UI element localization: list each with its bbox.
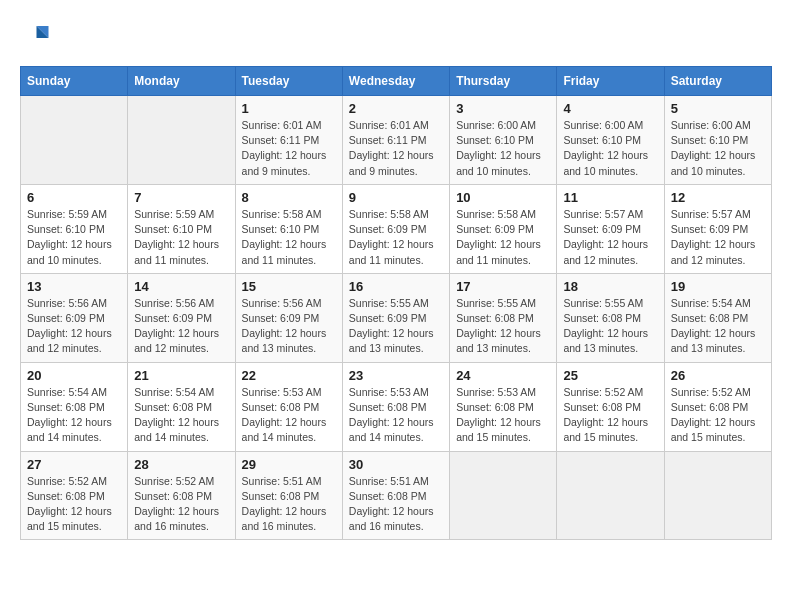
calendar-cell: 11Sunrise: 5:57 AMSunset: 6:09 PMDayligh… xyxy=(557,184,664,273)
day-number: 23 xyxy=(349,368,443,383)
day-number: 25 xyxy=(563,368,657,383)
cell-content: Sunrise: 5:53 AMSunset: 6:08 PMDaylight:… xyxy=(349,385,443,446)
day-number: 27 xyxy=(27,457,121,472)
calendar-body: 1Sunrise: 6:01 AMSunset: 6:11 PMDaylight… xyxy=(21,96,772,540)
weekday-header: Tuesday xyxy=(235,67,342,96)
calendar-cell: 5Sunrise: 6:00 AMSunset: 6:10 PMDaylight… xyxy=(664,96,771,185)
calendar-cell: 9Sunrise: 5:58 AMSunset: 6:09 PMDaylight… xyxy=(342,184,449,273)
calendar-week-row: 1Sunrise: 6:01 AMSunset: 6:11 PMDaylight… xyxy=(21,96,772,185)
calendar-cell: 1Sunrise: 6:01 AMSunset: 6:11 PMDaylight… xyxy=(235,96,342,185)
cell-content: Sunrise: 5:53 AMSunset: 6:08 PMDaylight:… xyxy=(242,385,336,446)
day-number: 9 xyxy=(349,190,443,205)
calendar-week-row: 13Sunrise: 5:56 AMSunset: 6:09 PMDayligh… xyxy=(21,273,772,362)
calendar-cell: 18Sunrise: 5:55 AMSunset: 6:08 PMDayligh… xyxy=(557,273,664,362)
cell-content: Sunrise: 5:58 AMSunset: 6:09 PMDaylight:… xyxy=(349,207,443,268)
calendar-week-row: 6Sunrise: 5:59 AMSunset: 6:10 PMDaylight… xyxy=(21,184,772,273)
calendar-cell: 28Sunrise: 5:52 AMSunset: 6:08 PMDayligh… xyxy=(128,451,235,540)
cell-content: Sunrise: 5:55 AMSunset: 6:08 PMDaylight:… xyxy=(563,296,657,357)
cell-content: Sunrise: 5:52 AMSunset: 6:08 PMDaylight:… xyxy=(134,474,228,535)
calendar-cell: 27Sunrise: 5:52 AMSunset: 6:08 PMDayligh… xyxy=(21,451,128,540)
calendar-cell: 10Sunrise: 5:58 AMSunset: 6:09 PMDayligh… xyxy=(450,184,557,273)
day-number: 22 xyxy=(242,368,336,383)
cell-content: Sunrise: 6:00 AMSunset: 6:10 PMDaylight:… xyxy=(671,118,765,179)
day-number: 16 xyxy=(349,279,443,294)
calendar-cell: 24Sunrise: 5:53 AMSunset: 6:08 PMDayligh… xyxy=(450,362,557,451)
calendar-cell: 7Sunrise: 5:59 AMSunset: 6:10 PMDaylight… xyxy=(128,184,235,273)
calendar-cell: 20Sunrise: 5:54 AMSunset: 6:08 PMDayligh… xyxy=(21,362,128,451)
calendar-cell: 22Sunrise: 5:53 AMSunset: 6:08 PMDayligh… xyxy=(235,362,342,451)
cell-content: Sunrise: 5:52 AMSunset: 6:08 PMDaylight:… xyxy=(27,474,121,535)
day-number: 6 xyxy=(27,190,121,205)
calendar-cell: 21Sunrise: 5:54 AMSunset: 6:08 PMDayligh… xyxy=(128,362,235,451)
calendar-cell: 6Sunrise: 5:59 AMSunset: 6:10 PMDaylight… xyxy=(21,184,128,273)
cell-content: Sunrise: 5:54 AMSunset: 6:08 PMDaylight:… xyxy=(27,385,121,446)
weekday-header: Wednesday xyxy=(342,67,449,96)
calendar-cell: 29Sunrise: 5:51 AMSunset: 6:08 PMDayligh… xyxy=(235,451,342,540)
calendar-week-row: 27Sunrise: 5:52 AMSunset: 6:08 PMDayligh… xyxy=(21,451,772,540)
day-number: 19 xyxy=(671,279,765,294)
weekday-header: Saturday xyxy=(664,67,771,96)
cell-content: Sunrise: 5:51 AMSunset: 6:08 PMDaylight:… xyxy=(242,474,336,535)
cell-content: Sunrise: 5:55 AMSunset: 6:09 PMDaylight:… xyxy=(349,296,443,357)
day-number: 29 xyxy=(242,457,336,472)
logo xyxy=(20,20,54,50)
calendar-cell: 17Sunrise: 5:55 AMSunset: 6:08 PMDayligh… xyxy=(450,273,557,362)
day-number: 18 xyxy=(563,279,657,294)
calendar-cell xyxy=(21,96,128,185)
weekday-header: Friday xyxy=(557,67,664,96)
calendar-cell: 2Sunrise: 6:01 AMSunset: 6:11 PMDaylight… xyxy=(342,96,449,185)
cell-content: Sunrise: 5:51 AMSunset: 6:08 PMDaylight:… xyxy=(349,474,443,535)
cell-content: Sunrise: 6:00 AMSunset: 6:10 PMDaylight:… xyxy=(456,118,550,179)
cell-content: Sunrise: 6:01 AMSunset: 6:11 PMDaylight:… xyxy=(349,118,443,179)
weekday-header: Monday xyxy=(128,67,235,96)
cell-content: Sunrise: 5:59 AMSunset: 6:10 PMDaylight:… xyxy=(27,207,121,268)
day-number: 20 xyxy=(27,368,121,383)
cell-content: Sunrise: 5:56 AMSunset: 6:09 PMDaylight:… xyxy=(134,296,228,357)
cell-content: Sunrise: 5:52 AMSunset: 6:08 PMDaylight:… xyxy=(671,385,765,446)
calendar-cell xyxy=(450,451,557,540)
cell-content: Sunrise: 5:54 AMSunset: 6:08 PMDaylight:… xyxy=(134,385,228,446)
day-number: 5 xyxy=(671,101,765,116)
calendar-cell: 13Sunrise: 5:56 AMSunset: 6:09 PMDayligh… xyxy=(21,273,128,362)
calendar-cell: 23Sunrise: 5:53 AMSunset: 6:08 PMDayligh… xyxy=(342,362,449,451)
day-number: 1 xyxy=(242,101,336,116)
cell-content: Sunrise: 5:56 AMSunset: 6:09 PMDaylight:… xyxy=(242,296,336,357)
calendar-cell: 8Sunrise: 5:58 AMSunset: 6:10 PMDaylight… xyxy=(235,184,342,273)
day-number: 2 xyxy=(349,101,443,116)
cell-content: Sunrise: 5:57 AMSunset: 6:09 PMDaylight:… xyxy=(671,207,765,268)
calendar-cell: 19Sunrise: 5:54 AMSunset: 6:08 PMDayligh… xyxy=(664,273,771,362)
day-number: 14 xyxy=(134,279,228,294)
cell-content: Sunrise: 5:55 AMSunset: 6:08 PMDaylight:… xyxy=(456,296,550,357)
calendar-cell xyxy=(664,451,771,540)
cell-content: Sunrise: 5:59 AMSunset: 6:10 PMDaylight:… xyxy=(134,207,228,268)
day-number: 21 xyxy=(134,368,228,383)
calendar-cell: 30Sunrise: 5:51 AMSunset: 6:08 PMDayligh… xyxy=(342,451,449,540)
calendar-cell: 16Sunrise: 5:55 AMSunset: 6:09 PMDayligh… xyxy=(342,273,449,362)
calendar-week-row: 20Sunrise: 5:54 AMSunset: 6:08 PMDayligh… xyxy=(21,362,772,451)
day-number: 17 xyxy=(456,279,550,294)
calendar-cell: 26Sunrise: 5:52 AMSunset: 6:08 PMDayligh… xyxy=(664,362,771,451)
calendar-cell: 12Sunrise: 5:57 AMSunset: 6:09 PMDayligh… xyxy=(664,184,771,273)
cell-content: Sunrise: 5:58 AMSunset: 6:09 PMDaylight:… xyxy=(456,207,550,268)
cell-content: Sunrise: 6:00 AMSunset: 6:10 PMDaylight:… xyxy=(563,118,657,179)
calendar-cell: 15Sunrise: 5:56 AMSunset: 6:09 PMDayligh… xyxy=(235,273,342,362)
day-number: 12 xyxy=(671,190,765,205)
calendar-cell: 25Sunrise: 5:52 AMSunset: 6:08 PMDayligh… xyxy=(557,362,664,451)
cell-content: Sunrise: 5:53 AMSunset: 6:08 PMDaylight:… xyxy=(456,385,550,446)
page-header xyxy=(20,20,772,50)
day-number: 28 xyxy=(134,457,228,472)
day-number: 4 xyxy=(563,101,657,116)
weekday-header: Sunday xyxy=(21,67,128,96)
day-number: 8 xyxy=(242,190,336,205)
day-number: 3 xyxy=(456,101,550,116)
logo-icon xyxy=(20,20,50,50)
weekday-header: Thursday xyxy=(450,67,557,96)
cell-content: Sunrise: 5:54 AMSunset: 6:08 PMDaylight:… xyxy=(671,296,765,357)
cell-content: Sunrise: 5:52 AMSunset: 6:08 PMDaylight:… xyxy=(563,385,657,446)
cell-content: Sunrise: 5:57 AMSunset: 6:09 PMDaylight:… xyxy=(563,207,657,268)
calendar-cell: 3Sunrise: 6:00 AMSunset: 6:10 PMDaylight… xyxy=(450,96,557,185)
calendar-cell: 14Sunrise: 5:56 AMSunset: 6:09 PMDayligh… xyxy=(128,273,235,362)
calendar-header: SundayMondayTuesdayWednesdayThursdayFrid… xyxy=(21,67,772,96)
cell-content: Sunrise: 6:01 AMSunset: 6:11 PMDaylight:… xyxy=(242,118,336,179)
day-number: 13 xyxy=(27,279,121,294)
